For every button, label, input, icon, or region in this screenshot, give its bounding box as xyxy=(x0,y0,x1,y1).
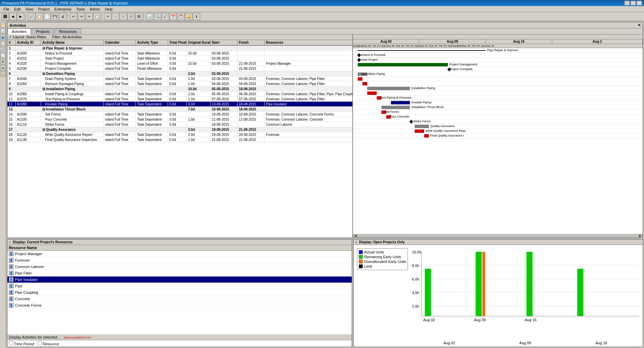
toolbar-btn-8[interactable]: 🖨 xyxy=(59,13,66,20)
toolbar-btn-6[interactable]: 📄 xyxy=(43,13,51,20)
table-row[interactable]: 10 A1060 Install Piping & Couplings ndar… xyxy=(7,91,352,97)
sidebar-icon-7[interactable]: ⚙ xyxy=(0,59,6,64)
toolbar-btn-17[interactable]: ⛓ xyxy=(135,13,143,20)
maximize-button[interactable]: □ xyxy=(630,1,636,5)
resource-item[interactable]: 👤 Concrete Forms xyxy=(7,302,352,309)
table-row[interactable]: 17 ⊟ Quality Assurance 3.0d 19-08-2015 2… xyxy=(7,127,352,132)
table-row[interactable]: 1 ⊟ Pipe Repair & Improve xyxy=(7,46,352,51)
resource-item[interactable]: 👤 Concrete xyxy=(7,296,352,302)
toolbar-btn-3[interactable]: ▶ xyxy=(17,13,24,20)
table-row[interactable]: 14 A1090 Set Forms ndard Full Time Task … xyxy=(7,112,352,117)
resource-item[interactable]: 👤 Pipe Insulator xyxy=(7,277,352,283)
checkbox-time-period-input[interactable] xyxy=(9,341,13,345)
cell-calendar xyxy=(104,127,136,132)
toolbar-btn-4[interactable]: 🔎 xyxy=(28,13,35,20)
menu-admin[interactable]: Admin xyxy=(87,7,102,12)
toolbar-btn-12[interactable]: 📋 xyxy=(93,13,101,20)
table-row[interactable]: 18 A1120 Write Quality Assurance Report … xyxy=(7,132,352,137)
table-row[interactable]: 19 A1130 Final Quality Assurance Inspect… xyxy=(7,137,352,142)
toolbar-btn-7[interactable]: 💾 xyxy=(51,13,59,20)
minimize-button[interactable]: _ xyxy=(624,1,630,5)
table-row[interactable]: 4 A1020 Project Management ndard Full Ti… xyxy=(7,61,352,66)
tab-activities[interactable]: Activities xyxy=(7,28,31,35)
toolbar-btn-18[interactable]: 📊 xyxy=(146,13,153,20)
menu-tools[interactable]: Tools xyxy=(74,7,87,12)
gantt-bar-label-right: Installation Piping xyxy=(411,86,435,90)
table-row[interactable]: 6 ⊟ Demolition Piping 2.0d 03-08-2015 xyxy=(7,71,352,76)
toolbar-btn-10[interactable]: ↪ xyxy=(78,13,85,20)
sidebar-icon-8[interactable]: 🗂 xyxy=(0,65,6,70)
col-row-num[interactable]: # xyxy=(7,40,16,45)
table-row[interactable]: 15 A1100 Pour Concrete ndard Full Time T… xyxy=(7,117,352,122)
toolbar-btn-19[interactable]: 🔍 xyxy=(154,13,161,20)
gantt-scroll-left[interactable]: ◀ xyxy=(353,234,358,238)
table-row[interactable]: 16 A1110 Strike Forms ndard Full Time Ta… xyxy=(7,122,352,127)
sidebar-icon-9[interactable]: 🔒 xyxy=(0,71,6,77)
menu-enterprise[interactable]: Enterprise xyxy=(53,7,74,12)
legend-overallocated: Overallocated Early Units xyxy=(359,260,406,264)
sidebar-icon-4[interactable]: 📋 xyxy=(0,41,6,46)
col-type[interactable]: Activity Type xyxy=(136,40,168,45)
checkbox-resource-input[interactable] xyxy=(38,341,42,345)
toolbar-btn-9[interactable]: ↩ xyxy=(70,13,77,20)
resource-item[interactable]: 👤 Project Manager xyxy=(7,251,352,257)
resource-item[interactable]: 👤 Pipe Coupling xyxy=(7,289,352,296)
table-row[interactable]: 7 A1040 Drain Piping System ndard Full T… xyxy=(7,76,352,81)
toolbar-btn-11[interactable]: ✂ xyxy=(85,13,93,20)
gantt-milestone xyxy=(357,53,361,57)
col-float[interactable]: Total Float xyxy=(168,40,187,45)
col-finish[interactable]: Finish xyxy=(237,40,265,45)
gantt-scroll-right[interactable]: ▶ xyxy=(638,234,643,238)
toolbar-btn-13[interactable]: + xyxy=(104,13,111,20)
col-duration[interactable]: Original Duration xyxy=(187,40,210,45)
resource-item[interactable]: 👤 Pipe Fitter xyxy=(7,270,352,277)
col-start[interactable]: Start xyxy=(210,40,237,45)
sidebar-icon-5[interactable]: 🔗 xyxy=(0,47,6,52)
table-row[interactable]: 3 A1010 Start Project ndard Full Time St… xyxy=(7,56,352,61)
checkbox-resource[interactable]: Resource xyxy=(38,341,59,346)
menu-file[interactable]: File xyxy=(1,7,12,12)
toolbar-btn-1[interactable]: ⬛ xyxy=(1,13,9,20)
close-button[interactable]: ✕ xyxy=(637,1,642,5)
menu-view[interactable]: View xyxy=(23,7,36,12)
col-activity-id[interactable]: Activity ID xyxy=(16,40,41,45)
table-row[interactable]: 12 A1080 Insulate Piping ndard Full Time… xyxy=(7,102,352,107)
toolbar-btn-22[interactable]: ⏰ xyxy=(177,13,185,20)
table-row[interactable]: 13 ⊟ Installation Thrust Block 7.0d 10-0… xyxy=(7,107,352,112)
table-row[interactable]: 9 ⊟ Installation Piping 10.0d 05-08-2015… xyxy=(7,86,352,91)
table-row[interactable]: 2 A1000 Notice to Proceed ndard Full Tim… xyxy=(7,51,352,56)
resource-item[interactable]: 👤 Foreman xyxy=(7,257,352,264)
sidebar-icon-3[interactable]: 👥 xyxy=(0,35,6,40)
gantt-scrollbar[interactable]: ◀ ▶ xyxy=(353,234,643,238)
toolbar-btn-21[interactable]: 📅 xyxy=(169,13,177,20)
toolbar-btn-14[interactable]: - xyxy=(112,13,119,20)
sidebar-icon-6[interactable]: 📈 xyxy=(0,53,6,58)
toolbar-btn-2[interactable]: ◀ xyxy=(9,13,17,20)
toolbar-btn-23[interactable]: 🔔 xyxy=(185,13,192,20)
cell-finish: 10-08-2015 xyxy=(237,112,265,117)
checkbox-time-period[interactable]: Time Period xyxy=(9,341,34,346)
col-resources[interactable]: Resources xyxy=(265,40,353,45)
resource-item[interactable]: 👤 Pipe xyxy=(7,283,352,289)
col-activity-name[interactable]: Activity Name xyxy=(41,40,104,45)
sidebar-icon-1[interactable]: 📁 xyxy=(0,22,6,28)
menu-edit[interactable]: Edit xyxy=(12,7,23,12)
tab-projects[interactable]: Projects xyxy=(32,28,54,34)
tab-resources[interactable]: Resources xyxy=(55,28,81,34)
toolbar-btn-24[interactable]: ℹ xyxy=(193,13,200,20)
resource-item[interactable]: 👤 Common Laborer xyxy=(7,264,352,270)
col-calendar[interactable]: Calendar xyxy=(104,40,136,45)
panel-close-button[interactable]: ✕ xyxy=(638,23,641,27)
toolbar-btn-16[interactable]: 🔗 xyxy=(127,13,135,20)
cell-start: 03-08-2015 xyxy=(210,76,237,81)
menu-project[interactable]: Project xyxy=(36,7,51,12)
table-row[interactable]: 11 A1070 Test Piping at Pressure ndard F… xyxy=(7,97,352,102)
toolbar-btn-15[interactable]: ↕ xyxy=(120,13,127,20)
table-row[interactable]: 5 A1030 Project Complete ndard Full Time… xyxy=(7,66,352,71)
toolbar-btn-20[interactable]: 🔎 xyxy=(162,13,169,20)
toolbar-btn-5[interactable]: 📋 xyxy=(36,13,43,20)
sidebar-icon-2[interactable]: 📊 xyxy=(0,28,6,34)
menu-help[interactable]: Help xyxy=(103,7,115,12)
gantt-scroll-track[interactable] xyxy=(358,235,638,238)
table-row[interactable]: 8 A1050 Remove Damaged Piping ndard Full… xyxy=(7,81,352,86)
